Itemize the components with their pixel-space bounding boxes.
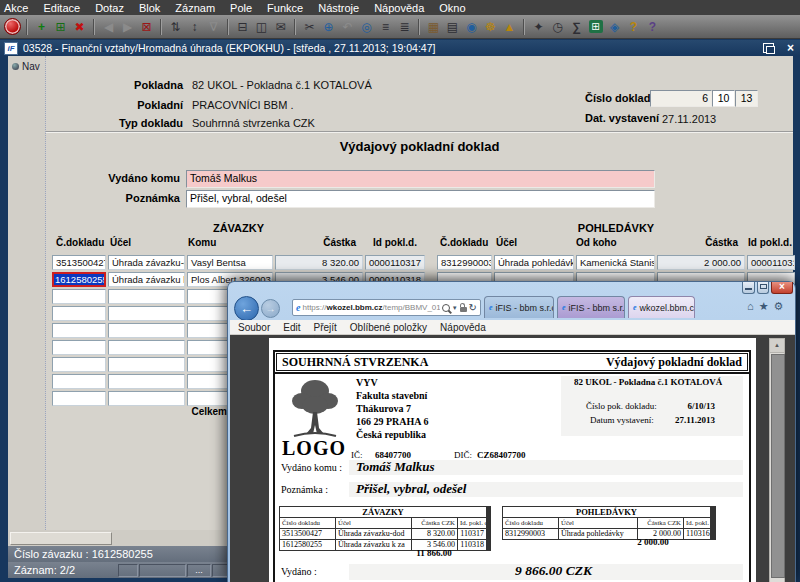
cell-odkoho[interactable]: Kamenická Stanislav [576, 255, 655, 270]
scroll-up-icon[interactable]: ▲ [770, 339, 784, 353]
save-icon[interactable]: ▤ [443, 18, 462, 36]
menu-item-zaznam[interactable]: Záznam [175, 2, 215, 14]
cell-empty[interactable] [108, 391, 185, 406]
menu-item-funkce[interactable]: Funkce [267, 2, 303, 14]
home-icon[interactable]: ⌂ [747, 300, 754, 313]
delete-record-icon[interactable]: ✖ [70, 18, 89, 36]
cut-icon[interactable]: ✂ [300, 18, 319, 36]
maximize-icon[interactable] [757, 282, 769, 294]
cislo-dokladu-field-2[interactable]: 10 [712, 90, 735, 107]
chevron-down-icon[interactable]: ▼ [452, 305, 458, 311]
search-icon[interactable]: ◎ [357, 18, 376, 36]
cell-empty[interactable] [108, 340, 185, 355]
next-block-icon[interactable]: ▶ [118, 18, 137, 36]
cell-ucel[interactable]: Úhrada závazku k z [108, 272, 185, 287]
menu-item-nastroje[interactable]: Nástroje [318, 2, 359, 14]
scrollbar-thumb[interactable] [771, 354, 785, 578]
helm-icon[interactable]: ☸ [481, 18, 500, 36]
menu-item-dotaz[interactable]: Dotaz [95, 2, 124, 14]
cell-castka[interactable]: 8 320.00 [275, 255, 363, 270]
cell-doklad-selected[interactable]: 1612580255 [52, 272, 106, 287]
filter-icon[interactable]: ∇ [204, 18, 223, 36]
menu-item-editace[interactable]: Editace [43, 2, 80, 14]
cell-id[interactable]: 0000110317 [365, 255, 425, 270]
cell-empty[interactable] [52, 289, 106, 304]
insert-record-icon[interactable]: + [32, 18, 51, 36]
poznamka-input[interactable]: Přišel, vybral, odešel [186, 190, 655, 208]
cell-empty[interactable] [108, 323, 185, 338]
cell-empty[interactable] [52, 340, 106, 355]
menu-item-akce[interactable]: Akce [4, 2, 28, 14]
cell-komu[interactable]: Vasyl Bentsa [187, 255, 273, 270]
clear-record-icon[interactable]: ⊠ [137, 18, 156, 36]
clock-icon[interactable]: ◷ [548, 18, 567, 36]
cell-empty[interactable] [52, 357, 106, 372]
sigma-icon[interactable]: ∑ [567, 18, 586, 36]
cell-empty[interactable] [108, 306, 185, 321]
menu-item-blok[interactable]: Blok [139, 2, 160, 14]
browser-menu-prejit[interactable]: Přejít [313, 322, 336, 333]
cell-id[interactable]: 0000110316 [747, 255, 795, 270]
pokladni-value[interactable]: PRACOVNÍCI BBM . [192, 99, 293, 111]
menu-item-pole[interactable]: Pole [230, 2, 252, 14]
cell-empty[interactable] [108, 357, 185, 372]
list-icon[interactable]: ≡ [376, 18, 395, 36]
browser-tab-2[interactable]: e iFIS - bbm s.r.o [557, 296, 625, 318]
web-export-icon[interactable]: ◈ [605, 18, 624, 36]
close-window-icon[interactable]: × [787, 42, 794, 54]
sort-ascending-icon[interactable]: ⇅ [166, 18, 185, 36]
sort-descending-icon[interactable]: ↕ [185, 18, 204, 36]
cell-empty[interactable] [52, 374, 106, 389]
cell-doklad[interactable]: 8312990003 [437, 255, 492, 270]
browser-menu-napoveda[interactable]: Nápověda [440, 322, 486, 333]
browser-menu-edit[interactable]: Edit [283, 322, 300, 333]
browser-menu-oblibene[interactable]: Oblíbené položky [350, 322, 427, 333]
document-scrollbar[interactable]: ▲ [769, 338, 785, 582]
favorites-star-icon[interactable]: ★ [759, 300, 769, 313]
browser-menu-soubor[interactable]: Soubor [238, 322, 270, 333]
cell-empty[interactable] [52, 306, 106, 321]
prism-icon[interactable]: ▲ [500, 18, 519, 36]
duplicate-record-icon[interactable]: ⊞ [51, 18, 70, 36]
cell-ucel[interactable]: Úhrada pohledávky [494, 255, 574, 270]
scrollbar-thumb[interactable] [10, 532, 112, 545]
attach-icon[interactable]: ⊕ [319, 18, 338, 36]
restore-window-icon[interactable] [763, 43, 774, 53]
tools-icon[interactable]: ✦ [529, 18, 548, 36]
cislo-dokladu-field-3[interactable]: 13 [735, 90, 758, 107]
exit-icon[interactable] [3, 18, 22, 36]
excel-export-icon[interactable]: ⊞ [586, 18, 605, 36]
tree-view-icon[interactable]: ≣ [395, 18, 414, 36]
undo-icon[interactable]: ↶ [338, 18, 357, 36]
cell-doklad[interactable]: 3513500427 [52, 255, 106, 270]
back-icon[interactable]: ← [234, 296, 259, 321]
browser-tab-active[interactable]: e wkozel.bbm.cz × [628, 296, 695, 318]
cell-empty[interactable] [52, 391, 106, 406]
globe-icon[interactable]: ◉ [462, 18, 481, 36]
help-icon[interactable]: ? [624, 18, 643, 36]
previous-block-icon[interactable]: ◀ [99, 18, 118, 36]
forward-icon[interactable]: → [261, 299, 280, 318]
mail-icon[interactable]: ✉ [271, 18, 290, 36]
context-help-icon[interactable]: ? [643, 18, 662, 36]
close-icon[interactable] [771, 282, 793, 294]
pokladna-value[interactable]: 82 UKOL - Pokladna č.1 KOTALOVÁ [192, 79, 372, 91]
cell-empty[interactable] [108, 289, 185, 304]
print-form-icon[interactable]: ◫ [252, 18, 271, 36]
typ-dokladu-value[interactable]: Souhrnná stvrzenka CZK [192, 117, 315, 129]
gear-icon[interactable]: ⚙ [774, 300, 784, 313]
nav-button[interactable]: Nav [10, 59, 43, 74]
minimize-icon[interactable] [742, 282, 755, 294]
cislo-dokladu-field-1[interactable]: 6 [650, 90, 712, 107]
print-icon[interactable]: ⊟ [233, 18, 252, 36]
refresh-icon[interactable]: ↻ [469, 303, 477, 313]
search-icon[interactable] [442, 304, 450, 312]
browser-tab-1[interactable]: e iFIS - bbm s.r.o [484, 296, 554, 318]
users-icon[interactable]: ▦ [424, 18, 443, 36]
cell-empty[interactable] [52, 323, 106, 338]
cell-ucel[interactable]: Úhrada závazku-do [108, 255, 185, 270]
menu-item-napoveda[interactable]: Nápověda [374, 2, 424, 14]
menu-item-okno[interactable]: Okno [439, 2, 465, 14]
cell-empty[interactable] [108, 374, 185, 389]
vydano-komu-input[interactable]: Tomáš Malkus [186, 170, 655, 188]
